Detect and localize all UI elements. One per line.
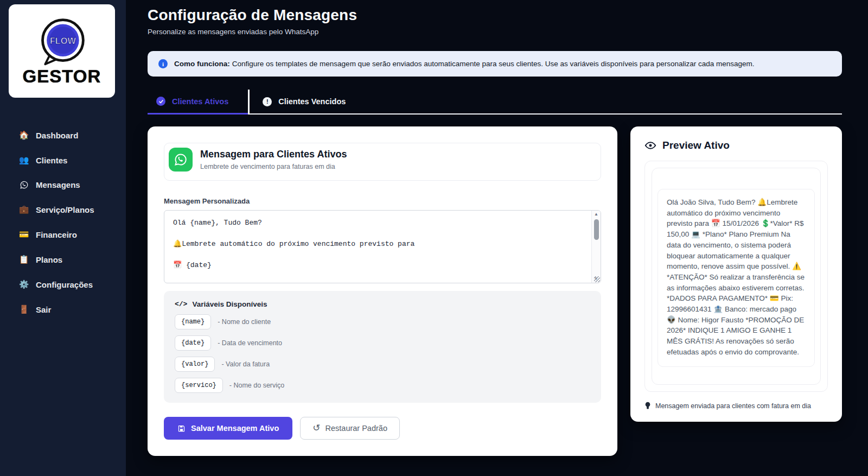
sidebar-item-planos[interactable]: 📋 Planos: [0, 247, 126, 272]
sidebar-item-mensagens[interactable]: Mensagens: [0, 173, 126, 197]
message-textarea[interactable]: Olá {name}, Tudo Bem? 🔔Lembrete automáti…: [164, 210, 601, 283]
briefcase-icon: 💼: [18, 205, 29, 214]
sidebar-item-financeiro[interactable]: 💳 Financeiro: [0, 222, 126, 247]
users-icon: 👥: [18, 155, 29, 165]
sidebar-item-dashboard[interactable]: 🏠 Dashboard: [0, 123, 126, 148]
info-icon: i: [158, 59, 168, 68]
preview-footer: Mensagem enviada para clientes com fatur…: [644, 402, 828, 410]
editor-card-header: Mensagem para Clientes Ativos Lembrete d…: [164, 143, 601, 181]
info-banner: i Como funciona:Configure os templates d…: [148, 51, 842, 77]
restore-button-label: Restaurar Padrão: [326, 424, 387, 433]
sidebar: FLOW GESTOR 🏠 Dashboard 👥 Clientes: [0, 0, 126, 476]
preview-outer-frame: Olá João Silva, Tudo Bem? 🔔Lembrete auto…: [644, 161, 828, 392]
content-row: Mensagem para Clientes Ativos Lembrete d…: [148, 126, 842, 456]
eye-icon: [644, 139, 656, 151]
whatsapp-green-icon: [169, 148, 193, 172]
logo-bubble-text: FLOW: [50, 36, 76, 46]
tab-label: Clientes Ativos: [172, 97, 228, 106]
variables-title: Variáveis Disponíveis: [192, 300, 267, 308]
sidebar-item-label: Sair: [36, 305, 51, 314]
gear-icon: ⚙️: [18, 280, 29, 289]
scrollbar-thumb[interactable]: [594, 219, 599, 240]
variables-box: </> Variáveis Disponíveis {name} - Nome …: [164, 291, 601, 403]
editor-card-title: Mensagem para Clientes Ativos: [200, 149, 347, 160]
exclamation-circle-icon: !: [263, 97, 272, 106]
clipboard-icon: 📋: [18, 255, 29, 264]
door-icon: 🚪: [18, 304, 29, 314]
sidebar-item-clientes[interactable]: 👥 Clientes: [0, 148, 126, 173]
variable-description: - Nome do cliente: [218, 318, 271, 326]
save-button-label: Salvar Mensagem Ativo: [191, 424, 279, 433]
code-icon: </>: [175, 300, 187, 308]
sidebar-item-label: Clientes: [36, 156, 67, 165]
brand-name: GESTOR: [23, 66, 101, 87]
scroll-up-icon[interactable]: ▲: [594, 212, 598, 217]
app-root: FLOW GESTOR 🏠 Dashboard 👥 Clientes: [0, 0, 868, 476]
variable-description: - Nome do serviço: [229, 382, 284, 389]
button-row: Salvar Mensagem Ativo ↺ Restaurar Padrão: [164, 417, 601, 440]
tab-label: Clientes Vencidos: [278, 97, 346, 106]
message-line: 📅 {date}: [173, 260, 582, 271]
flow-bubble-logo-icon: FLOW: [36, 16, 88, 68]
wallet-icon: 💳: [18, 230, 29, 239]
editor-card-header-text: Mensagem para Clientes Ativos Lembrete d…: [200, 148, 347, 170]
variable-row: {valor} - Valor da fatura: [175, 357, 590, 372]
preview-footer-text: Mensagem enviada para clientes com fatur…: [655, 402, 811, 410]
preview-message-bubble: Olá João Silva, Tudo Bem? 🔔Lembrete auto…: [658, 189, 815, 367]
preview-title: Preview Ativo: [662, 139, 730, 151]
home-icon: 🏠: [18, 130, 29, 140]
app-logo: FLOW GESTOR: [9, 4, 115, 98]
variable-row: {name} - Nome do cliente: [175, 314, 590, 329]
sidebar-item-configuracoes[interactable]: ⚙️ Configurações: [0, 272, 126, 297]
info-banner-bold: Como funciona:: [174, 60, 230, 68]
preview-inner-frame: Olá João Silva, Tudo Bem? 🔔Lembrete auto…: [652, 168, 821, 385]
sidebar-item-label: Configurações: [36, 280, 93, 289]
sidebar-item-label: Financeiro: [36, 230, 77, 239]
tab-bar: Clientes Ativos ! Clientes Vencidos: [148, 90, 842, 115]
message-line: 🔔Lembrete automático do próximo vencimen…: [173, 239, 582, 250]
sidebar-item-sair[interactable]: 🚪 Sair: [0, 297, 126, 322]
textarea-resize-handle[interactable]: [594, 276, 600, 282]
variable-row: {servico} - Nome do serviço: [175, 378, 590, 393]
check-circle-icon: [156, 97, 165, 106]
textarea-scrollbar[interactable]: ▲ ▼: [591, 211, 601, 283]
message-field-label: Mensagem Personalizada: [164, 197, 601, 205]
save-icon: [177, 424, 186, 433]
lightbulb-icon: [644, 402, 651, 410]
sidebar-nav: 🏠 Dashboard 👥 Clientes Mensagens 💼 Servi…: [0, 123, 126, 322]
undo-icon: ↺: [312, 424, 320, 432]
restore-default-button[interactable]: ↺ Restaurar Padrão: [300, 417, 400, 440]
sidebar-item-label: Serviço/Planos: [36, 205, 94, 214]
preview-message-text: Olá João Silva, Tudo Bem? 🔔Lembrete auto…: [667, 197, 806, 358]
variable-description: - Data de vencimento: [218, 339, 282, 347]
variable-row: {date} - Data de vencimento: [175, 335, 590, 351]
sidebar-item-label: Dashboard: [36, 131, 78, 140]
sidebar-item-label: Mensagens: [36, 180, 80, 189]
save-button[interactable]: Salvar Mensagem Ativo: [164, 417, 292, 440]
variables-header: </> Variáveis Disponíveis: [175, 300, 590, 308]
preview-card: Preview Ativo Olá João Silva, Tudo Bem? …: [630, 126, 842, 422]
message-textarea-content: Olá {name}, Tudo Bem? 🔔Lembrete automáti…: [164, 211, 601, 271]
page-title: Configuração de Mensagens: [148, 7, 842, 24]
whatsapp-icon: [18, 180, 29, 189]
variable-chip-valor[interactable]: {valor}: [175, 357, 215, 372]
main-content: Configuração de Mensagens Personalize as…: [126, 0, 868, 476]
info-banner-body: Configure os templates de mensagem que s…: [232, 60, 755, 68]
variable-chip-servico[interactable]: {servico}: [175, 378, 223, 393]
message-line: Olá {name}, Tudo Bem?: [173, 218, 582, 229]
tab-clientes-vencidos[interactable]: ! Clientes Vencidos: [250, 90, 365, 113]
editor-card-subtitle: Lembrete de vencimento para faturas em d…: [200, 163, 347, 170]
variable-chip-name[interactable]: {name}: [175, 314, 211, 329]
info-banner-text: Como funciona:Configure os templates de …: [174, 60, 755, 68]
page-subtitle: Personalize as mensagens enviadas pelo W…: [148, 28, 842, 36]
sidebar-item-servico-planos[interactable]: 💼 Serviço/Planos: [0, 197, 126, 222]
variable-chip-date[interactable]: {date}: [175, 335, 211, 351]
sidebar-item-label: Planos: [36, 255, 62, 264]
tab-clientes-ativos[interactable]: Clientes Ativos: [148, 90, 248, 115]
preview-header: Preview Ativo: [644, 139, 828, 151]
message-editor-card: Mensagem para Clientes Ativos Lembrete d…: [148, 126, 617, 456]
variable-description: - Valor da fatura: [221, 360, 270, 368]
